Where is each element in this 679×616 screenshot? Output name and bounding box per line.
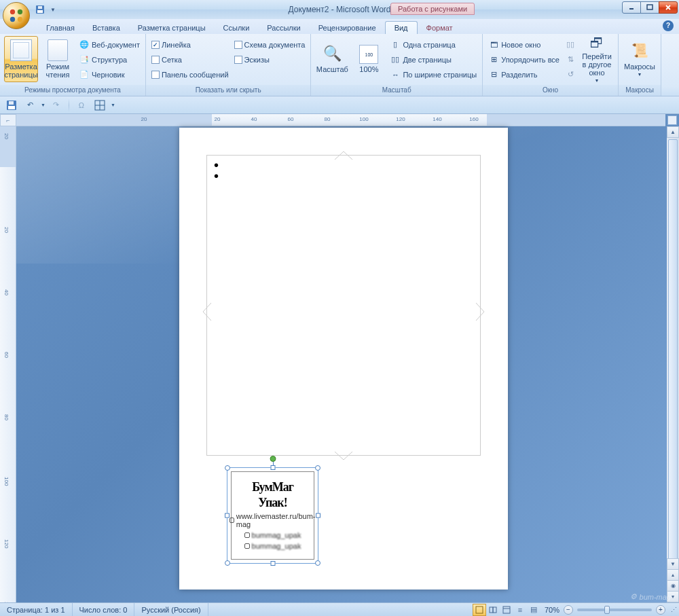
globe-icon: 🌐 — [79, 39, 90, 50]
office-button[interactable] — [3, 2, 30, 29]
macros-button[interactable]: 📜 Макросы ▼ — [623, 36, 657, 82]
ruler-checkbox[interactable]: ✓Линейка — [150, 37, 230, 52]
zoom-out-button[interactable]: − — [564, 605, 573, 615]
scroll-thumb[interactable] — [668, 139, 678, 560]
switch-windows-button[interactable]: 🗗 Перейти в другое окно ▼ — [580, 36, 614, 82]
resize-handle-n[interactable] — [270, 465, 275, 470]
next-page-button[interactable]: ▾ — [667, 591, 679, 602]
view-web-button[interactable] — [500, 604, 513, 616]
table-button[interactable] — [92, 98, 107, 113]
group-label-macros: Макросы — [619, 85, 661, 96]
print-layout-label: Разметка страницы — [4, 62, 37, 79]
side-icon: ▯▯ — [565, 39, 576, 50]
undo-dropdown-icon[interactable]: ▼ — [41, 103, 45, 107]
reading-label: Режим чтения — [42, 62, 73, 79]
tab-references[interactable]: Ссылки — [215, 22, 259, 34]
tab-mailings[interactable]: Рассылки — [258, 22, 309, 34]
group-label-window: Окно — [483, 85, 618, 96]
horizontal-ruler[interactable]: 2020406080100120140160 — [16, 114, 665, 126]
status-word-count[interactable]: Число слов: 0 — [73, 603, 135, 616]
tab-insert[interactable]: Вставка — [84, 22, 129, 34]
resize-handle-e[interactable] — [316, 513, 320, 518]
quick-access-toolbar: ▼ — [34, 3, 56, 16]
scroll-up-button[interactable]: ▲ — [667, 126, 679, 138]
side-by-side-button: ▯▯ — [564, 37, 577, 52]
quick-access-row: ↶ ▼ ↷ Ω ▼ — [0, 96, 679, 114]
resize-handle-s[interactable] — [270, 561, 275, 566]
zoom-value[interactable]: 70% — [545, 606, 559, 614]
web-layout-button[interactable]: 🌐Веб-документ — [77, 37, 141, 52]
resize-handle-nw[interactable] — [225, 465, 230, 471]
qat-dropdown-icon[interactable]: ▼ — [50, 7, 56, 13]
crop-mark-right — [475, 302, 485, 322]
tab-format[interactable]: Формат — [418, 22, 462, 34]
two-pages-button[interactable]: ▯▯Две страницы — [388, 52, 478, 67]
resize-handle-ne[interactable] — [315, 465, 320, 471]
zoom-slider[interactable] — [577, 609, 652, 611]
web-icon — [230, 518, 234, 523]
help-icon[interactable]: ? — [663, 20, 674, 31]
zoom-in-button[interactable]: + — [656, 605, 665, 615]
one-page-button[interactable]: ▯Одна страница — [388, 37, 478, 52]
group-zoom: 🔍 Масштаб 100 100% ▯Одна страница ▯▯Две … — [311, 34, 483, 96]
resize-grip-icon[interactable]: ⋰ — [668, 606, 679, 613]
tab-selector[interactable]: ⌐ — [0, 114, 16, 126]
reading-mode-button[interactable]: Режим чтения — [41, 36, 75, 82]
two-pages-icon: ▯▯ — [390, 54, 401, 65]
qat-customize-icon[interactable]: ▼ — [111, 103, 115, 107]
close-button[interactable] — [659, 1, 678, 14]
resize-handle-se[interactable] — [315, 560, 320, 566]
view-draft-button[interactable]: ▤ — [527, 604, 540, 616]
social-2: bummag_upak — [252, 542, 301, 550]
bullet-dot: •• — [214, 162, 219, 179]
view-outline-button[interactable]: ≡ — [513, 604, 527, 616]
group-label-show: Показать или скрыть — [146, 85, 310, 96]
group-label-views: Режимы просмотра документа — [0, 85, 145, 96]
zoom-button[interactable]: 🔍 Масштаб — [315, 36, 349, 82]
tab-home[interactable]: Главная — [37, 22, 84, 34]
minimize-button[interactable] — [622, 1, 641, 14]
draft-button[interactable]: 📄Черновик — [77, 67, 141, 81]
split-button[interactable]: ⊟Разделить — [487, 67, 561, 81]
scroll-down-button[interactable]: ▼ — [667, 558, 679, 570]
view-print-layout-button[interactable] — [473, 604, 486, 616]
page-width-button[interactable]: ↔По ширине страницы — [388, 67, 478, 81]
save-icon[interactable] — [34, 3, 46, 16]
arrange-all-button[interactable]: ⊞Упорядочить все — [487, 52, 561, 67]
gridlines-checkbox[interactable]: Сетка — [150, 52, 230, 67]
view-reading-button[interactable] — [486, 604, 500, 616]
tab-view[interactable]: Вид — [385, 21, 418, 34]
prev-page-button[interactable]: ▴ — [667, 569, 679, 581]
document-page[interactable]: •• БумМаг Упак! www.livemaster.ru/bum-ma… — [179, 128, 508, 590]
vertical-ruler[interactable]: 2020406080100120140 — [0, 126, 16, 602]
zoom-100-button[interactable]: 100 100% — [352, 36, 386, 82]
resize-handle-sw[interactable] — [225, 560, 230, 566]
status-page[interactable]: Страница: 1 из 1 — [0, 603, 73, 616]
save-button[interactable] — [4, 98, 19, 113]
svg-rect-6 — [38, 6, 42, 9]
zoom-slider-thumb[interactable] — [604, 606, 610, 614]
print-layout-button[interactable]: Разметка страницы — [4, 36, 38, 82]
zoom-100-icon: 100 — [359, 45, 378, 64]
tab-review[interactable]: Рецензирование — [310, 22, 385, 34]
message-bar-checkbox[interactable]: Панель сообщений — [150, 67, 230, 81]
status-language[interactable]: Русский (Россия) — [134, 603, 208, 616]
svg-rect-13 — [9, 101, 14, 105]
ruler-toggle-button[interactable] — [667, 115, 677, 125]
contextual-tab-title: Работа с рисунками — [390, 3, 475, 15]
outline-button[interactable]: 📑Структура — [77, 52, 141, 67]
maximize-button[interactable] — [640, 1, 659, 14]
image-content: БумМаг Упак! www.livemaster.ru/bum-mag b… — [231, 471, 314, 560]
rotation-handle[interactable] — [270, 456, 276, 462]
macros-icon: 📜 — [630, 42, 649, 61]
tab-page-layout[interactable]: Разметка страницы — [129, 22, 215, 34]
undo-button[interactable]: ↶ — [22, 98, 37, 113]
crop-mark-bottom — [333, 450, 354, 461]
browse-object-button[interactable]: ◉ — [667, 580, 679, 592]
new-window-button[interactable]: 🗔Новое окно — [487, 37, 561, 52]
thumbnails-checkbox[interactable]: Эскизы — [233, 52, 307, 67]
vertical-scrollbar[interactable]: ▲ ▼ ▴ ◉ ▾ — [667, 126, 679, 602]
document-map-checkbox[interactable]: Схема документа — [233, 37, 307, 52]
document-area: ⌐ 2020406080100120140160 202040608010012… — [0, 114, 679, 602]
selected-image[interactable]: БумМаг Упак! www.livemaster.ru/bum-mag b… — [227, 467, 318, 564]
